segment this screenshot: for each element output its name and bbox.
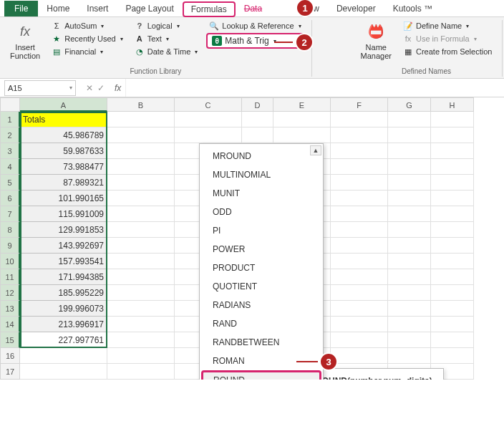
cell[interactable] <box>331 317 388 332</box>
menu-item-radians[interactable]: RADIANS <box>200 296 323 314</box>
cell[interactable] <box>331 348 388 364</box>
cell[interactable] <box>107 269 175 285</box>
cell[interactable] <box>20 348 107 364</box>
cell[interactable] <box>388 127 431 143</box>
cell[interactable] <box>431 127 474 143</box>
cell[interactable] <box>388 317 431 332</box>
menu-item-mround[interactable]: MROUND <box>200 147 323 165</box>
cell[interactable] <box>331 254 388 269</box>
cell[interactable] <box>388 269 431 285</box>
cell[interactable] <box>431 269 474 285</box>
cell[interactable] <box>242 127 273 143</box>
cell[interactable] <box>331 222 388 238</box>
menu-item-quotient[interactable]: QUOTIENT <box>200 277 323 296</box>
row-header-7[interactable]: 7 <box>0 206 20 222</box>
recently-used-button[interactable]: ★Recently Used▾ <box>49 33 126 44</box>
row-header-12[interactable]: 12 <box>0 285 20 301</box>
menu-item-munit[interactable]: MUNIT <box>200 184 323 203</box>
cell[interactable] <box>431 238 474 254</box>
insert-function-button[interactable]: fx Insert Function <box>7 20 43 66</box>
cell[interactable] <box>431 301 474 317</box>
cell[interactable] <box>331 285 388 301</box>
date-time-button[interactable]: ◔Date & Time▾ <box>132 46 201 57</box>
cell[interactable] <box>331 143 388 159</box>
cell[interactable] <box>107 238 175 254</box>
cell[interactable] <box>388 143 431 159</box>
cell[interactable] <box>107 222 175 238</box>
row-header-4[interactable]: 4 <box>0 159 20 175</box>
cell[interactable] <box>431 332 474 348</box>
cell[interactable]: 185.995229 <box>20 285 107 301</box>
cell[interactable]: 101.990165 <box>20 191 107 206</box>
col-header-E[interactable]: E <box>273 97 331 112</box>
cell[interactable] <box>431 317 474 332</box>
cell[interactable] <box>431 175 474 191</box>
math-trig-button[interactable]: θMath & Trig▾ <box>206 33 304 49</box>
cell[interactable] <box>107 254 175 269</box>
cell[interactable] <box>331 159 388 175</box>
cell[interactable] <box>431 222 474 238</box>
cell[interactable] <box>431 254 474 269</box>
tab-file[interactable]: File <box>4 1 38 16</box>
menu-item-rand[interactable]: RAND <box>200 314 323 333</box>
cell[interactable] <box>388 332 431 348</box>
cell[interactable] <box>388 191 431 206</box>
cell[interactable] <box>107 175 175 191</box>
cell[interactable] <box>107 127 175 143</box>
cell[interactable]: 157.993541 <box>20 254 107 269</box>
cell[interactable] <box>175 112 242 127</box>
tab-page-layout[interactable]: Page Layout <box>117 1 182 16</box>
cell[interactable] <box>107 206 175 222</box>
cell[interactable] <box>331 175 388 191</box>
col-header-D[interactable]: D <box>242 97 273 112</box>
cell[interactable] <box>388 175 431 191</box>
cell[interactable] <box>331 301 388 317</box>
row-header-6[interactable]: 6 <box>0 191 20 206</box>
tab-data[interactable]: Data <box>236 1 271 16</box>
row-header-17[interactable]: 17 <box>0 364 20 380</box>
tab-insert[interactable]: Insert <box>78 1 117 16</box>
cell[interactable]: 143.992697 <box>20 238 107 254</box>
row-header-8[interactable]: 8 <box>0 222 20 238</box>
fx-icon-bar[interactable]: fx <box>110 83 125 93</box>
cell[interactable] <box>107 317 175 332</box>
cell[interactable] <box>388 301 431 317</box>
cell[interactable] <box>388 206 431 222</box>
cell[interactable] <box>388 112 431 127</box>
cell[interactable] <box>331 238 388 254</box>
cell[interactable]: Totals <box>20 112 107 127</box>
cell[interactable] <box>331 112 388 127</box>
cell[interactable]: 59.987633 <box>20 143 107 159</box>
cell[interactable] <box>242 112 273 127</box>
cell[interactable] <box>388 222 431 238</box>
menu-item-pi[interactable]: PI <box>200 221 323 240</box>
row-header-2[interactable]: 2 <box>0 127 20 143</box>
cell[interactable]: 171.994385 <box>20 269 107 285</box>
logical-button[interactable]: ?Logical▾ <box>132 20 201 32</box>
cell[interactable] <box>431 348 474 364</box>
name-manager-button[interactable]: 📛 Name Manager <box>358 20 394 66</box>
text-button[interactable]: AText▾ <box>132 33 201 44</box>
name-box[interactable]: A15▾ <box>4 80 76 96</box>
cell[interactable] <box>431 285 474 301</box>
tab-developer[interactable]: Developer <box>328 1 384 16</box>
select-all-corner[interactable] <box>0 97 20 112</box>
tab-home[interactable]: Home <box>38 1 78 16</box>
cell[interactable] <box>388 348 431 364</box>
define-name-button[interactable]: 📝Define Name▾ <box>400 20 495 32</box>
cell[interactable] <box>107 285 175 301</box>
menu-item-odd[interactable]: ODD <box>200 203 323 221</box>
cell[interactable] <box>331 127 388 143</box>
cell[interactable] <box>388 238 431 254</box>
cell[interactable]: 73.988477 <box>20 159 107 175</box>
menu-item-randbetween[interactable]: RANDBETWEEN <box>200 333 323 352</box>
menu-item-multinomial[interactable]: MULTINOMIAL <box>200 165 323 184</box>
row-header-5[interactable]: 5 <box>0 175 20 191</box>
cell[interactable] <box>431 112 474 127</box>
cell[interactable] <box>107 348 175 364</box>
cell[interactable] <box>107 301 175 317</box>
cell[interactable]: 199.996073 <box>20 301 107 317</box>
row-header-1[interactable]: 1 <box>0 112 20 127</box>
menu-item-round[interactable]: ROUND <box>201 370 321 380</box>
cell[interactable] <box>273 127 331 143</box>
